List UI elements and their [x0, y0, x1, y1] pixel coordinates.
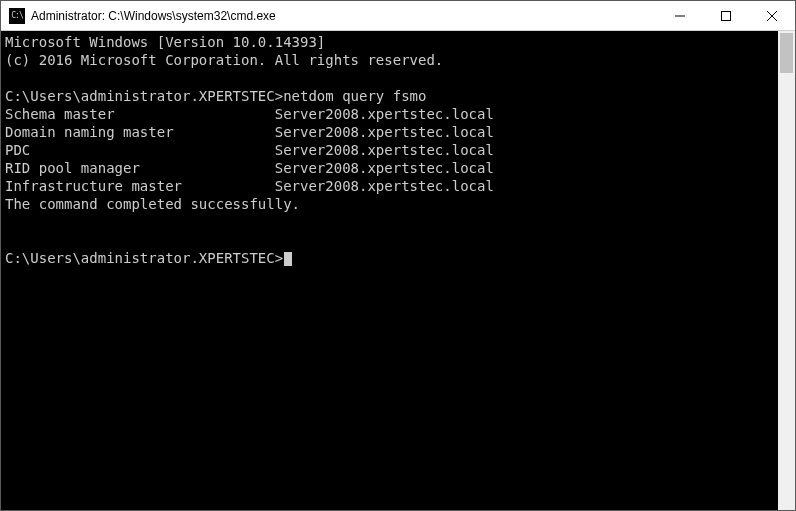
terminal-output[interactable]: Microsoft Windows [Version 10.0.14393](c…: [1, 31, 778, 510]
fsmo-role: PDC: [5, 141, 275, 159]
fsmo-role: Schema master: [5, 105, 275, 123]
fsmo-server: Server2008.xpertstec.local: [275, 178, 494, 194]
titlebar[interactable]: C:\ Administrator: C:\Windows\system32\c…: [1, 1, 795, 31]
header-line: Microsoft Windows [Version 10.0.14393]: [5, 33, 774, 51]
minimize-icon: [675, 11, 685, 21]
result-row: Infrastructure masterServer2008.xpertste…: [5, 177, 774, 195]
client-area: Microsoft Windows [Version 10.0.14393](c…: [1, 31, 795, 510]
fsmo-server: Server2008.xpertstec.local: [275, 124, 494, 140]
fsmo-role: RID pool manager: [5, 159, 275, 177]
maximize-icon: [721, 11, 731, 21]
blank-line: [5, 231, 774, 249]
result-row: Domain naming masterServer2008.xpertstec…: [5, 123, 774, 141]
cmd-icon: C:\: [9, 8, 25, 24]
scrollbar-thumb[interactable]: [780, 33, 793, 73]
result-row: RID pool managerServer2008.xpertstec.loc…: [5, 159, 774, 177]
fsmo-role: Infrastructure master: [5, 177, 275, 195]
cmd-window: C:\ Administrator: C:\Windows\system32\c…: [0, 0, 796, 511]
fsmo-server: Server2008.xpertstec.local: [275, 142, 494, 158]
completion-line: The command completed successfully.: [5, 195, 774, 213]
close-button[interactable]: [749, 1, 795, 30]
fsmo-server: Server2008.xpertstec.local: [275, 160, 494, 176]
prompt-line-2: C:\Users\administrator.XPERTSTEC>: [5, 249, 774, 267]
vertical-scrollbar[interactable]: [778, 31, 795, 510]
window-controls: [657, 1, 795, 30]
svg-rect-1: [722, 11, 731, 20]
window-title: Administrator: C:\Windows\system32\cmd.e…: [31, 9, 276, 23]
result-row: PDCServer2008.xpertstec.local: [5, 141, 774, 159]
fsmo-server: Server2008.xpertstec.local: [275, 106, 494, 122]
minimize-button[interactable]: [657, 1, 703, 30]
result-row: Schema masterServer2008.xpertstec.local: [5, 105, 774, 123]
cursor: [284, 252, 292, 266]
blank-line: [5, 69, 774, 87]
close-icon: [767, 11, 777, 21]
fsmo-role: Domain naming master: [5, 123, 275, 141]
prompt-path: C:\Users\administrator.XPERTSTEC>: [5, 88, 283, 104]
copyright-line: (c) 2016 Microsoft Corporation. All righ…: [5, 51, 774, 69]
prompt-line-1: C:\Users\administrator.XPERTSTEC>netdom …: [5, 87, 774, 105]
maximize-button[interactable]: [703, 1, 749, 30]
blank-line: [5, 213, 774, 231]
prompt-path: C:\Users\administrator.XPERTSTEC>: [5, 250, 283, 266]
prompt-command: netdom query fsmo: [283, 88, 426, 104]
